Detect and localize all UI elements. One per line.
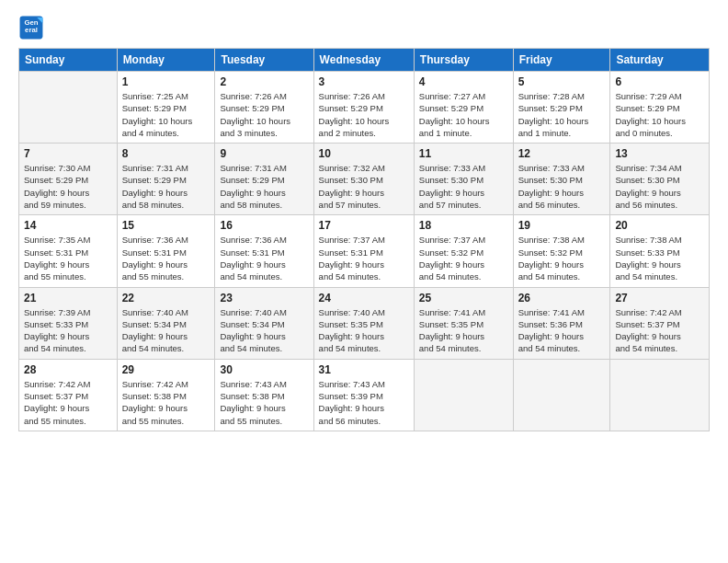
day-number: 9	[220, 147, 308, 160]
day-cell: 14Sunrise: 7:35 AM Sunset: 5:31 PM Dayli…	[19, 215, 118, 287]
day-info: Sunrise: 7:33 AM Sunset: 5:30 PM Dayligh…	[518, 162, 606, 211]
day-cell: 23Sunrise: 7:40 AM Sunset: 5:34 PM Dayli…	[215, 287, 313, 359]
day-number: 7	[24, 147, 112, 160]
day-cell: 7Sunrise: 7:30 AM Sunset: 5:29 PM Daylig…	[19, 144, 118, 215]
day-info: Sunrise: 7:42 AM Sunset: 5:37 PM Dayligh…	[615, 306, 704, 355]
day-info: Sunrise: 7:38 AM Sunset: 5:33 PM Dayligh…	[615, 234, 704, 282]
week-row-0: 1Sunrise: 7:25 AM Sunset: 5:29 PM Daylig…	[19, 72, 710, 144]
day-number: 11	[419, 147, 508, 160]
day-cell: 1Sunrise: 7:25 AM Sunset: 5:29 PM Daylig…	[117, 72, 215, 144]
day-info: Sunrise: 7:36 AM Sunset: 5:31 PM Dayligh…	[122, 234, 210, 282]
day-cell: 22Sunrise: 7:40 AM Sunset: 5:34 PM Dayli…	[117, 287, 215, 359]
day-cell: 26Sunrise: 7:41 AM Sunset: 5:36 PM Dayli…	[513, 287, 610, 359]
day-cell: 24Sunrise: 7:40 AM Sunset: 5:35 PM Dayli…	[313, 287, 414, 359]
day-number: 22	[122, 292, 210, 304]
day-number: 25	[419, 292, 508, 304]
day-info: Sunrise: 7:31 AM Sunset: 5:29 PM Dayligh…	[220, 162, 308, 211]
day-cell: 27Sunrise: 7:42 AM Sunset: 5:37 PM Dayli…	[610, 287, 710, 359]
day-info: Sunrise: 7:43 AM Sunset: 5:39 PM Dayligh…	[319, 378, 409, 427]
day-info: Sunrise: 7:39 AM Sunset: 5:33 PM Dayligh…	[24, 306, 112, 355]
day-number: 24	[319, 292, 409, 304]
day-info: Sunrise: 7:36 AM Sunset: 5:31 PM Dayligh…	[220, 234, 308, 282]
week-row-4: 28Sunrise: 7:42 AM Sunset: 5:37 PM Dayli…	[19, 359, 710, 431]
day-cell: 28Sunrise: 7:42 AM Sunset: 5:37 PM Dayli…	[19, 359, 118, 431]
day-info: Sunrise: 7:40 AM Sunset: 5:35 PM Dayligh…	[319, 306, 409, 355]
day-info: Sunrise: 7:25 AM Sunset: 5:29 PM Dayligh…	[122, 90, 210, 139]
day-number: 17	[319, 219, 409, 232]
day-cell: 21Sunrise: 7:39 AM Sunset: 5:33 PM Dayli…	[19, 287, 118, 359]
day-info: Sunrise: 7:26 AM Sunset: 5:29 PM Dayligh…	[220, 90, 308, 139]
day-info: Sunrise: 7:31 AM Sunset: 5:29 PM Dayligh…	[122, 162, 210, 211]
day-number: 4	[419, 75, 508, 88]
day-number: 21	[24, 292, 112, 304]
header-monday: Monday	[117, 49, 215, 72]
day-number: 3	[319, 75, 409, 88]
week-row-2: 14Sunrise: 7:35 AM Sunset: 5:31 PM Dayli…	[19, 215, 710, 287]
calendar-header: SundayMondayTuesdayWednesdayThursdayFrid…	[19, 49, 710, 72]
logo: Gen eral	[18, 15, 46, 40]
day-number: 29	[122, 363, 210, 376]
day-info: Sunrise: 7:30 AM Sunset: 5:29 PM Dayligh…	[24, 162, 112, 211]
day-info: Sunrise: 7:43 AM Sunset: 5:38 PM Dayligh…	[220, 378, 308, 427]
header-wednesday: Wednesday	[313, 49, 414, 72]
day-number: 26	[518, 292, 606, 304]
day-cell: 9Sunrise: 7:31 AM Sunset: 5:29 PM Daylig…	[215, 144, 313, 215]
day-cell: 18Sunrise: 7:37 AM Sunset: 5:32 PM Dayli…	[414, 215, 513, 287]
day-cell: 11Sunrise: 7:33 AM Sunset: 5:30 PM Dayli…	[414, 144, 513, 215]
header-tuesday: Tuesday	[215, 49, 313, 72]
day-info: Sunrise: 7:42 AM Sunset: 5:38 PM Dayligh…	[122, 378, 210, 427]
day-info: Sunrise: 7:41 AM Sunset: 5:36 PM Dayligh…	[518, 306, 606, 355]
week-row-3: 21Sunrise: 7:39 AM Sunset: 5:33 PM Dayli…	[19, 287, 710, 359]
day-number: 27	[615, 292, 704, 304]
header-thursday: Thursday	[414, 49, 513, 72]
day-number: 14	[24, 219, 112, 232]
day-number: 19	[518, 219, 606, 232]
day-cell: 17Sunrise: 7:37 AM Sunset: 5:31 PM Dayli…	[313, 215, 414, 287]
day-number: 23	[220, 292, 308, 304]
day-number: 10	[319, 147, 409, 160]
week-row-1: 7Sunrise: 7:30 AM Sunset: 5:29 PM Daylig…	[19, 144, 710, 215]
header-friday: Friday	[513, 49, 610, 72]
day-cell: 8Sunrise: 7:31 AM Sunset: 5:29 PM Daylig…	[117, 144, 215, 215]
day-number: 16	[220, 219, 308, 232]
day-info: Sunrise: 7:27 AM Sunset: 5:29 PM Dayligh…	[419, 90, 508, 139]
calendar-body: 1Sunrise: 7:25 AM Sunset: 5:29 PM Daylig…	[19, 72, 710, 431]
day-cell: 2Sunrise: 7:26 AM Sunset: 5:29 PM Daylig…	[215, 72, 313, 144]
day-number: 8	[122, 147, 210, 160]
day-info: Sunrise: 7:32 AM Sunset: 5:30 PM Dayligh…	[319, 162, 409, 211]
day-cell: 10Sunrise: 7:32 AM Sunset: 5:30 PM Dayli…	[313, 144, 414, 215]
day-info: Sunrise: 7:40 AM Sunset: 5:34 PM Dayligh…	[220, 306, 308, 355]
day-info: Sunrise: 7:41 AM Sunset: 5:35 PM Dayligh…	[419, 306, 508, 355]
day-cell: 3Sunrise: 7:26 AM Sunset: 5:29 PM Daylig…	[313, 72, 414, 144]
logo-icon: Gen eral	[18, 15, 44, 40]
day-info: Sunrise: 7:28 AM Sunset: 5:29 PM Dayligh…	[518, 90, 606, 139]
day-cell: 15Sunrise: 7:36 AM Sunset: 5:31 PM Dayli…	[117, 215, 215, 287]
day-cell: 6Sunrise: 7:29 AM Sunset: 5:29 PM Daylig…	[610, 72, 710, 144]
day-number: 2	[220, 75, 308, 88]
header-saturday: Saturday	[610, 49, 710, 72]
calendar-table: SundayMondayTuesdayWednesdayThursdayFrid…	[18, 48, 710, 431]
day-number: 5	[518, 75, 606, 88]
day-cell: 31Sunrise: 7:43 AM Sunset: 5:39 PM Dayli…	[313, 359, 414, 431]
day-cell: 25Sunrise: 7:41 AM Sunset: 5:35 PM Dayli…	[414, 287, 513, 359]
day-number: 12	[518, 147, 606, 160]
day-number: 28	[24, 363, 112, 376]
day-info: Sunrise: 7:29 AM Sunset: 5:29 PM Dayligh…	[615, 90, 704, 139]
day-cell	[414, 359, 513, 431]
day-cell: 4Sunrise: 7:27 AM Sunset: 5:29 PM Daylig…	[414, 72, 513, 144]
day-info: Sunrise: 7:37 AM Sunset: 5:31 PM Dayligh…	[319, 234, 409, 282]
header-sunday: Sunday	[19, 49, 118, 72]
day-info: Sunrise: 7:40 AM Sunset: 5:34 PM Dayligh…	[122, 306, 210, 355]
day-info: Sunrise: 7:38 AM Sunset: 5:32 PM Dayligh…	[518, 234, 606, 282]
day-number: 13	[615, 147, 704, 160]
day-info: Sunrise: 7:37 AM Sunset: 5:32 PM Dayligh…	[419, 234, 508, 282]
day-number: 18	[419, 219, 508, 232]
day-number: 1	[122, 75, 210, 88]
day-cell	[513, 359, 610, 431]
day-cell: 30Sunrise: 7:43 AM Sunset: 5:38 PM Dayli…	[215, 359, 313, 431]
day-cell	[19, 72, 118, 144]
day-info: Sunrise: 7:42 AM Sunset: 5:37 PM Dayligh…	[24, 378, 112, 427]
day-cell: 13Sunrise: 7:34 AM Sunset: 5:30 PM Dayli…	[610, 144, 710, 215]
header-row: SundayMondayTuesdayWednesdayThursdayFrid…	[19, 49, 710, 72]
day-cell	[610, 359, 710, 431]
